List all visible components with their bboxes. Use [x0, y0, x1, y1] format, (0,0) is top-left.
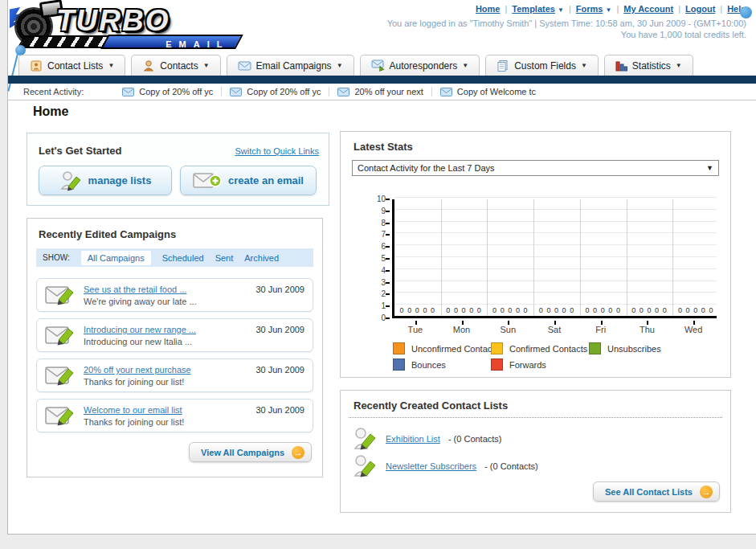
- activity-item[interactable]: Copy of Welcome tc: [432, 87, 544, 96]
- chart-group-separator: [672, 199, 673, 316]
- y-axis-tick: [386, 282, 390, 284]
- get-started-panel: Let's Get Started Switch to Quick Links …: [27, 133, 329, 206]
- chart-value-label: 0: [524, 306, 528, 314]
- create-email-label: create an email: [228, 174, 304, 186]
- chart-value-label: 0: [608, 306, 612, 314]
- tab-contact-lists[interactable]: Contact Lists▼: [18, 55, 125, 76]
- x-axis-day-label: Fri: [578, 325, 624, 334]
- login-info: You are logged in as "Timothy Smith" | S…: [387, 18, 746, 40]
- tab-custom-fields[interactable]: Custom Fields▼: [485, 55, 599, 76]
- contact-list-count: - (0 Contacts): [448, 434, 502, 444]
- campaign-title-link[interactable]: Introducing our new range ...: [84, 325, 196, 334]
- filter-scheduled[interactable]: Scheduled: [162, 253, 204, 263]
- chart-value-label: 0: [631, 306, 635, 314]
- campaign-row[interactable]: Introducing our new range ... Introducin…: [36, 318, 313, 352]
- envelope-pencil-icon: [45, 364, 77, 388]
- y-axis-tick-label: 4: [357, 266, 386, 275]
- chart-gridline: [394, 244, 717, 245]
- campaign-date: 30 Jun 2009: [255, 365, 304, 375]
- activity-item[interactable]: Copy of 20% off yc: [222, 87, 329, 96]
- campaign-title-link[interactable]: Welcome to our email list: [84, 405, 182, 415]
- legend-unsubscribes: Unsubscribes: [589, 342, 661, 354]
- y-axis-tick: [386, 223, 390, 224]
- campaign-title-link[interactable]: See us at the retail food ...: [84, 285, 186, 294]
- chart-value-label: 0: [678, 306, 682, 314]
- envelope-pencil-icon: [45, 284, 77, 308]
- chart-value-label: 0: [454, 306, 458, 314]
- campaign-filter-bar: SHOW: All Campaigns Scheduled Sent Archi…: [36, 248, 313, 267]
- envelope-icon: [230, 88, 242, 96]
- chart-group-separator: [441, 199, 442, 316]
- nav-link-templates[interactable]: Templates: [512, 4, 555, 14]
- chart-value-label: 0: [501, 306, 505, 314]
- help-bubble-icon[interactable]: [740, 6, 752, 18]
- recent-campaigns-title: Recently Edited Campaigns: [39, 228, 176, 240]
- chart-gridline: [394, 256, 717, 257]
- chart-group-separator: [627, 199, 627, 316]
- chevron-down-icon: ▼: [108, 62, 114, 69]
- app-logo[interactable]: TURBO EMAIL: [10, 2, 227, 51]
- chart-value-label: 0: [462, 306, 466, 314]
- main-nav-tabs: Contact Lists▼ Contacts▼ Email Campaigns…: [18, 55, 693, 76]
- legend-forwards: Forwards: [491, 358, 546, 371]
- logo-banner: EMAIL: [100, 35, 243, 49]
- nav-link-forms[interactable]: Forms: [576, 4, 603, 14]
- campaign-subtitle: Thanks for joining our list!: [84, 377, 184, 387]
- contact-list-row[interactable]: Exhibition List - (0 Contacts): [353, 426, 502, 452]
- filter-archived[interactable]: Archived: [244, 253, 279, 263]
- chevron-down-icon: ▼: [337, 62, 343, 69]
- chart-gridline: [394, 232, 717, 233]
- chart-plot-area: 00000000000000000000000000000000000: [392, 199, 717, 318]
- campaign-row[interactable]: See us at the retail food ... We're givi…: [36, 278, 313, 312]
- y-axis-tick-label: 3: [357, 278, 386, 287]
- dotted-divider: [349, 417, 722, 418]
- tab-contacts[interactable]: Contacts▼: [131, 55, 220, 76]
- y-axis-tick: [386, 305, 390, 307]
- contact-list-link[interactable]: Newsletter Subscribers: [386, 461, 476, 471]
- legend-unconfirmed-contacts: Unconfirmed Contacts: [393, 342, 499, 354]
- legend-swatch: [491, 358, 503, 371]
- campaign-title-link[interactable]: 20% off your next purchase: [84, 365, 191, 375]
- nav-link-home[interactable]: Home: [476, 4, 501, 14]
- stats-period-select[interactable]: Contact Activity for the Last 7 Days ▼: [352, 160, 719, 176]
- contact-list-link[interactable]: Exhibition List: [386, 434, 440, 444]
- legend-confirmed-contacts: Confirmed Contacts: [491, 342, 587, 354]
- legend-swatch: [589, 342, 601, 354]
- nav-link-my-account[interactable]: My Account: [623, 4, 673, 14]
- see-all-contact-lists-button[interactable]: See All Contact Lists →: [593, 481, 720, 502]
- contact-lists-title: Recently Created Contact Lists: [353, 399, 508, 412]
- autoresponders-icon: [371, 59, 385, 72]
- campaign-row[interactable]: 20% off your next purchase Thanks for jo…: [36, 358, 313, 392]
- header-nav: Home|Templates ▼|Forms ▼|My Account|Logo…: [476, 4, 746, 14]
- email-campaigns-icon: [238, 60, 251, 72]
- recent-activity-label: Recent Activity:: [23, 87, 84, 96]
- contact-activity-chart: 00000000000000000000000000000000000 0123…: [341, 188, 732, 333]
- tab-autoresponders[interactable]: Autoresponders▼: [360, 55, 480, 76]
- chart-value-label: 0: [585, 306, 589, 314]
- contact-list-row[interactable]: Newsletter Subscribers - (0 Contacts): [353, 453, 538, 479]
- view-all-campaigns-button[interactable]: View All Campaigns →: [189, 442, 312, 462]
- tab-label: Statistics: [632, 60, 671, 72]
- switch-to-quick-links[interactable]: Switch to Quick Links: [235, 146, 319, 156]
- activity-item[interactable]: Copy of 20% off yc: [114, 87, 222, 96]
- nav-link-logout[interactable]: Logout: [685, 4, 715, 14]
- create-email-button[interactable]: create an email: [180, 166, 317, 195]
- chevron-down-icon: ▼: [581, 62, 587, 69]
- chart-value-label: 0: [431, 306, 435, 314]
- envelope-icon: [122, 88, 134, 96]
- x-axis-day-label: Wed: [670, 325, 717, 334]
- chevron-down-icon: ▼: [558, 6, 564, 14]
- latest-stats-title: Latest Stats: [353, 141, 413, 153]
- activity-item[interactable]: 20% off your next: [329, 87, 431, 96]
- campaign-subtitle: Thanks for joining our list!: [84, 417, 184, 427]
- campaign-date: 30 Jun 2009: [255, 285, 304, 294]
- tab-statistics[interactable]: Statistics▼: [604, 55, 693, 76]
- manage-lists-button[interactable]: manage lists: [39, 166, 172, 195]
- tab-email-campaigns[interactable]: Email Campaigns▼: [227, 55, 354, 76]
- envelope-pencil-icon: [45, 324, 77, 348]
- filter-all-campaigns[interactable]: All Campaigns: [81, 251, 151, 265]
- filter-sent[interactable]: Sent: [215, 253, 234, 263]
- chart-value-label: 0: [516, 306, 520, 314]
- chart-gridline: [394, 221, 717, 222]
- campaign-row[interactable]: Welcome to our email list Thanks for joi…: [36, 399, 313, 432]
